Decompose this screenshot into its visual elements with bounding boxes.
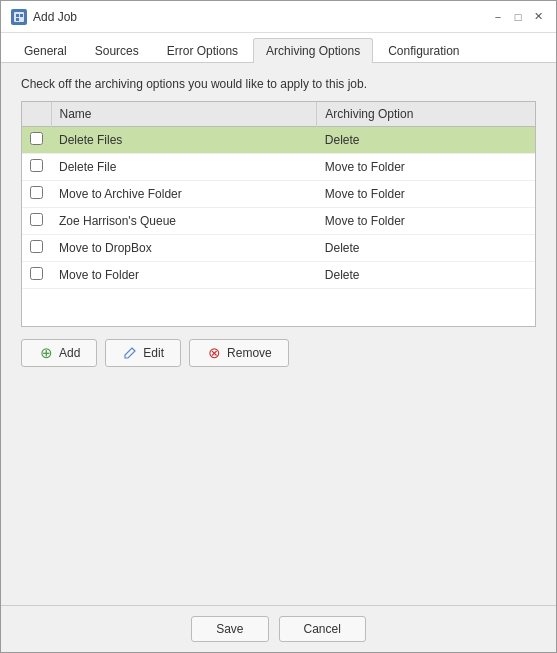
row-name: Delete File [51,154,317,181]
row-option: Delete [317,262,535,289]
row-name: Move to Folder [51,262,317,289]
row-checkbox-cell [22,181,51,208]
app-icon [11,9,27,25]
row-checkbox-cell [22,127,51,154]
col-name-header: Name [51,102,317,127]
footer: Save Cancel [1,605,556,652]
tab-sources[interactable]: Sources [82,38,152,63]
edit-icon [122,345,138,361]
archiving-options-table-container: Name Archiving Option Delete FilesDelete… [21,101,536,327]
row-checkbox[interactable] [30,159,43,172]
row-option: Move to Folder [317,181,535,208]
title-bar: Add Job − □ ✕ [1,1,556,33]
row-option: Delete [317,235,535,262]
row-checkbox[interactable] [30,240,43,253]
remove-button[interactable]: ⊗ Remove [189,339,289,367]
action-buttons: ⊕ Add Edit ⊗ Remove [21,339,536,367]
svg-rect-2 [20,14,23,17]
row-checkbox-cell [22,208,51,235]
row-checkbox-cell [22,154,51,181]
table-row: Move to DropBoxDelete [22,235,535,262]
row-checkbox[interactable] [30,267,43,280]
table-row: Move to FolderDelete [22,262,535,289]
maximize-button[interactable]: □ [510,9,526,25]
window-controls: − □ ✕ [490,9,546,25]
edit-button[interactable]: Edit [105,339,181,367]
tab-general[interactable]: General [11,38,80,63]
cancel-button[interactable]: Cancel [279,616,366,642]
table-row: Move to Archive FolderMove to Folder [22,181,535,208]
tab-bar: General Sources Error Options Archiving … [1,33,556,63]
col-checkbox [22,102,51,127]
save-button[interactable]: Save [191,616,268,642]
row-name: Move to Archive Folder [51,181,317,208]
window-title: Add Job [33,10,490,24]
row-option: Move to Folder [317,154,535,181]
row-checkbox[interactable] [30,132,43,145]
row-name: Move to DropBox [51,235,317,262]
edit-label: Edit [143,346,164,360]
tab-error-options[interactable]: Error Options [154,38,251,63]
row-checkbox-cell [22,262,51,289]
minimize-button[interactable]: − [490,9,506,25]
col-option-header: Archiving Option [317,102,535,127]
add-icon: ⊕ [38,345,54,361]
table-row: Zoe Harrison's QueueMove to Folder [22,208,535,235]
table-header-row: Name Archiving Option [22,102,535,127]
row-checkbox[interactable] [30,213,43,226]
row-option: Move to Folder [317,208,535,235]
row-checkbox-cell [22,235,51,262]
archiving-options-table: Name Archiving Option Delete FilesDelete… [22,102,535,289]
add-label: Add [59,346,80,360]
remove-label: Remove [227,346,272,360]
close-button[interactable]: ✕ [530,9,546,25]
row-option: Delete [317,127,535,154]
table-row: Delete FileMove to Folder [22,154,535,181]
row-name: Delete Files [51,127,317,154]
instruction-text: Check off the archiving options you woul… [21,77,536,91]
row-name: Zoe Harrison's Queue [51,208,317,235]
table-row: Delete FilesDelete [22,127,535,154]
row-checkbox[interactable] [30,186,43,199]
table-body: Delete FilesDeleteDelete FileMove to Fol… [22,127,535,289]
main-window: Add Job − □ ✕ General Sources Error Opti… [0,0,557,653]
main-content: Check off the archiving options you woul… [1,63,556,605]
tab-archiving-options[interactable]: Archiving Options [253,38,373,63]
tab-configuration[interactable]: Configuration [375,38,472,63]
remove-icon: ⊗ [206,345,222,361]
add-button[interactable]: ⊕ Add [21,339,97,367]
svg-rect-1 [16,14,19,17]
svg-rect-3 [16,18,19,21]
